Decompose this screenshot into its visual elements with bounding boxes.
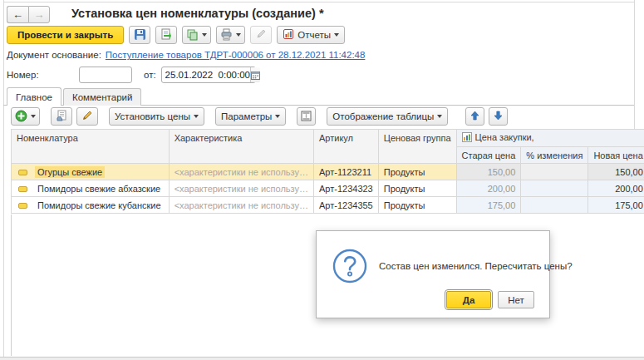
item-price-group: Продукты <box>378 164 456 180</box>
dialog-buttons: Да Нет <box>446 291 534 308</box>
calendar-icon[interactable] <box>250 67 260 82</box>
col-header-article[interactable]: Артикул <box>314 130 379 164</box>
table-display-label: Отображение таблицы <box>332 111 434 121</box>
col-header-old-price[interactable]: Старая цена <box>456 147 521 164</box>
dropdown-arrow-icon <box>31 115 36 118</box>
date-value: 25.01.2022 0:00:00 <box>165 70 250 80</box>
tab-main[interactable]: Главное <box>7 87 61 106</box>
dropdown-arrow-icon <box>334 33 339 37</box>
document-basis-row: Документ основание: Поступление товаров … <box>7 50 365 60</box>
col-header-new-price[interactable]: Новая цена <box>588 147 644 164</box>
set-prices-button[interactable]: Установить цены <box>109 107 204 126</box>
yes-button[interactable]: Да <box>446 291 491 308</box>
app-window: ← → Установка цен номенклатуры (создание… <box>0 0 644 360</box>
form-settings-icon <box>301 111 312 123</box>
pick-hand-icon <box>56 110 68 124</box>
item-old-price: 175,00 <box>456 197 521 214</box>
post-document-button[interactable] <box>155 26 177 44</box>
table-row[interactable]: Огурцы свежие <характеристики не использ… <box>12 164 644 180</box>
edit-pencil-icon <box>255 28 267 42</box>
number-input[interactable] <box>79 67 132 83</box>
table-display-button[interactable]: Отображение таблицы <box>327 107 448 126</box>
item-new-price[interactable]: 200,00 <box>588 180 644 197</box>
save-button[interactable] <box>129 26 150 44</box>
item-new-price[interactable]: 150,00 <box>588 164 644 180</box>
save-icon <box>134 28 146 42</box>
document-basis-link[interactable]: Поступление товаров ТДРТ-000006 от 28.12… <box>106 50 366 60</box>
parameters-button[interactable]: Параметры <box>215 107 286 126</box>
col-header-change-percent[interactable]: % изменения <box>521 147 588 164</box>
number-label: Номер: <box>7 70 79 80</box>
table-row[interactable]: Помидоры свежие кубанские <характеристик… <box>12 197 644 214</box>
table-header-row: Номенклатура Характеристика Артикул Цено… <box>12 130 644 147</box>
table-toolbar: Установить цены Параметры Отображение та… <box>11 107 508 126</box>
nav-history-group: ← → <box>7 6 50 23</box>
move-down-button[interactable] <box>489 107 508 126</box>
pick-items-button[interactable] <box>51 107 72 126</box>
dropdown-arrow-icon <box>236 33 241 37</box>
arrow-down-icon <box>494 111 503 122</box>
price-table: Номенклатура Характеристика Артикул Цено… <box>11 129 644 214</box>
bottom-edge <box>0 357 644 360</box>
reports-button[interactable]: Отчеты <box>277 26 345 44</box>
command-bar: Провести и закрыть <box>7 26 345 44</box>
item-characteristic: <характеристики не использу… <box>169 164 313 180</box>
item-name: Помидоры свежие кубанские <box>35 200 164 211</box>
col-header-price-group[interactable]: Ценовая группа <box>378 130 456 164</box>
print-button[interactable] <box>216 26 245 44</box>
dropdown-arrow-icon <box>202 33 207 37</box>
page-title: Установка цен номенклатуры (создание) * <box>71 7 324 20</box>
item-characteristic: <характеристики не использу… <box>169 197 313 214</box>
question-icon <box>332 248 368 286</box>
change-row-button[interactable] <box>76 107 98 126</box>
back-arrow-icon[interactable]: ← <box>7 6 28 23</box>
dropdown-arrow-icon <box>437 115 442 118</box>
tab-comment[interactable]: Комментарий <box>63 88 141 106</box>
dropdown-arrow-icon <box>194 115 199 118</box>
table-row[interactable]: Помидоры свежие абхазские <характеристик… <box>12 180 644 197</box>
price-type-icon <box>462 132 472 144</box>
item-article: Арт-1123211 <box>314 164 379 180</box>
pencil-icon <box>81 110 93 123</box>
item-change-percent <box>521 180 588 197</box>
create-based-on-button[interactable] <box>182 26 211 44</box>
no-button[interactable]: Нет <box>498 291 534 308</box>
col-header-characteristic[interactable]: Характеристика <box>169 130 313 164</box>
date-label: от: <box>144 70 156 80</box>
parameters-label: Параметры <box>221 111 272 121</box>
add-row-button[interactable] <box>11 107 40 126</box>
tab-bar: Главное Комментарий <box>7 87 143 106</box>
edit-button[interactable] <box>250 26 272 44</box>
item-article: Арт-1234355 <box>314 197 379 214</box>
move-up-button[interactable] <box>465 107 484 126</box>
document-basis-label: Документ основание: <box>7 50 101 60</box>
item-price-group: Продукты <box>378 197 456 214</box>
item-name: Помидоры свежие абхазские <box>35 183 163 195</box>
dialog-message: Состав цен изменился. Пересчитать цены? <box>379 261 573 271</box>
form-settings-button[interactable] <box>297 107 316 126</box>
item-characteristic: <характеристики не использу… <box>169 180 313 197</box>
reports-icon <box>283 28 294 42</box>
item-change-percent <box>521 164 588 180</box>
col-header-nomenclature[interactable]: Номенклатура <box>12 130 170 164</box>
print-icon <box>220 28 233 42</box>
item-article: Арт-1234323 <box>314 180 379 197</box>
purchase-price-label: Цена закупки, <box>475 132 534 142</box>
row-marker-icon <box>18 203 27 209</box>
add-icon <box>15 110 27 124</box>
dropdown-arrow-icon <box>275 115 280 118</box>
recalculate-prices-dialog: Состав цен изменился. Пересчитать цены? … <box>316 230 550 318</box>
row-marker-icon <box>18 170 27 175</box>
date-input[interactable]: 25.01.2022 0:00:00 <box>161 67 256 83</box>
item-price-group: Продукты <box>378 180 456 197</box>
post-and-close-button[interactable]: Провести и закрыть <box>7 26 124 44</box>
window-left-border <box>3 0 4 357</box>
number-row: Номер: от: 25.01.2022 0:00:00 <box>7 67 256 83</box>
col-header-purchase-price[interactable]: Цена закупки, <box>456 130 644 147</box>
set-prices-label: Установить цены <box>115 111 190 121</box>
forward-arrow-icon[interactable]: → <box>28 6 50 23</box>
window-right-border <box>634 0 635 129</box>
item-new-price[interactable]: 175,00 <box>588 197 644 214</box>
item-name: Огурцы свежие <box>35 166 105 178</box>
item-old-price: 150,00 <box>456 164 521 180</box>
